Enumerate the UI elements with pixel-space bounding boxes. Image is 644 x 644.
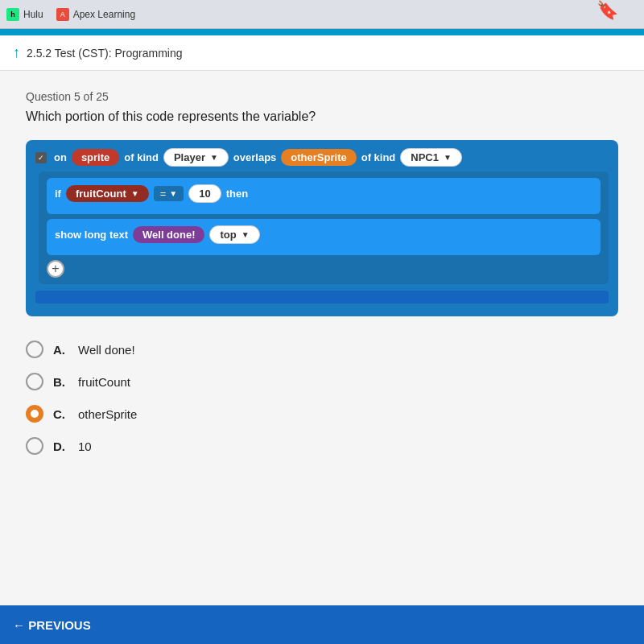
breadcrumb-bar: ↑ 2.5.2 Test (CST): Programming (0, 35, 644, 71)
label-on: on (54, 151, 67, 163)
pill-npc1[interactable]: NPC1 ▼ (400, 148, 462, 167)
pill-equals[interactable]: = ▼ (154, 186, 184, 201)
code-if-block: if fruitCount ▼ = ▼ 10 then (47, 178, 601, 214)
top-dropdown-arrow[interactable]: ▼ (242, 230, 250, 239)
main-content: 🔖 Question 5 of 25 Which portion of this… (0, 71, 644, 644)
browser-tab-bar: h Hulu A Apex Learning (0, 0, 644, 29)
code-bottom-bar (35, 291, 609, 303)
label-of-kind-2: of kind (361, 151, 396, 163)
options-list: A. Well done! B. fruitCount C. otherSpri… (26, 341, 618, 455)
hulu-icon: h (6, 8, 19, 21)
option-a-label: A. (53, 343, 65, 357)
tab-hulu-label: Hulu (23, 9, 43, 20)
previous-button[interactable]: ← PREVIOUS (13, 618, 91, 632)
code-inner-block: if fruitCount ▼ = ▼ 10 then show long (39, 171, 609, 284)
question-number: Question 5 of 25 (26, 90, 618, 103)
checkbox-icon: ✓ (35, 152, 47, 163)
pill-sprite[interactable]: sprite (72, 149, 119, 166)
code-show-block: show long text Well done! top ▼ (47, 219, 601, 255)
tab-apex[interactable]: A Apex Learning (56, 8, 135, 21)
pill-10[interactable]: 10 (188, 184, 221, 203)
label-if: if (55, 188, 61, 200)
add-button[interactable]: + (47, 260, 64, 278)
equals-dropdown-arrow[interactable]: ▼ (169, 189, 177, 198)
code-row-3: show long text Well done! top ▼ (55, 225, 592, 244)
back-icon[interactable]: ↑ (13, 44, 20, 61)
radio-b[interactable] (26, 373, 43, 390)
code-row-2: if fruitCount ▼ = ▼ 10 then (55, 184, 592, 203)
option-c[interactable]: C. otherSprite (26, 405, 618, 423)
pill-well-done[interactable]: Well done! (133, 226, 204, 243)
radio-c-inner (31, 410, 39, 418)
label-show: show long text (55, 229, 128, 241)
option-a-text: Well done! (78, 343, 135, 357)
label-of-kind-1: of kind (124, 151, 159, 163)
apex-icon: A (56, 8, 69, 21)
option-c-label: C. (53, 407, 65, 421)
npc1-dropdown-arrow[interactable]: ▼ (444, 153, 452, 162)
option-b[interactable]: B. fruitCount (26, 373, 618, 390)
option-a[interactable]: A. Well done! (26, 341, 618, 358)
radio-d[interactable] (26, 437, 43, 455)
radio-a[interactable] (26, 341, 43, 358)
option-d-text: 10 (78, 440, 92, 453)
pill-other-sprite[interactable]: otherSprite (281, 149, 356, 166)
option-b-text: fruitCount (78, 375, 130, 389)
option-d[interactable]: D. 10 (26, 437, 618, 455)
pill-top[interactable]: top ▼ (209, 225, 259, 244)
radio-c[interactable] (26, 405, 43, 423)
bottom-navigation-bar: ← PREVIOUS (0, 605, 644, 644)
breadcrumb: 2.5.2 Test (CST): Programming (27, 47, 182, 60)
pill-player[interactable]: Player ▼ (163, 148, 229, 167)
pill-fruit-count[interactable]: fruitCount ▼ (66, 185, 149, 202)
fruit-count-dropdown-arrow[interactable]: ▼ (131, 189, 139, 198)
label-then: then (226, 188, 248, 200)
player-dropdown-arrow[interactable]: ▼ (210, 153, 218, 162)
code-row-1: ✓ on sprite of kind Player ▼ overlaps ot… (35, 148, 609, 167)
accent-bar (0, 29, 644, 35)
tab-hulu[interactable]: h Hulu (6, 8, 43, 21)
code-block: ✓ on sprite of kind Player ▼ overlaps ot… (26, 140, 618, 316)
option-b-label: B. (53, 375, 65, 389)
option-c-text: otherSprite (78, 407, 137, 421)
label-overlaps: overlaps (233, 151, 276, 163)
question-text: Which portion of this code represents th… (26, 109, 618, 124)
tab-apex-label: Apex Learning (73, 9, 135, 20)
option-d-label: D. (53, 440, 65, 453)
